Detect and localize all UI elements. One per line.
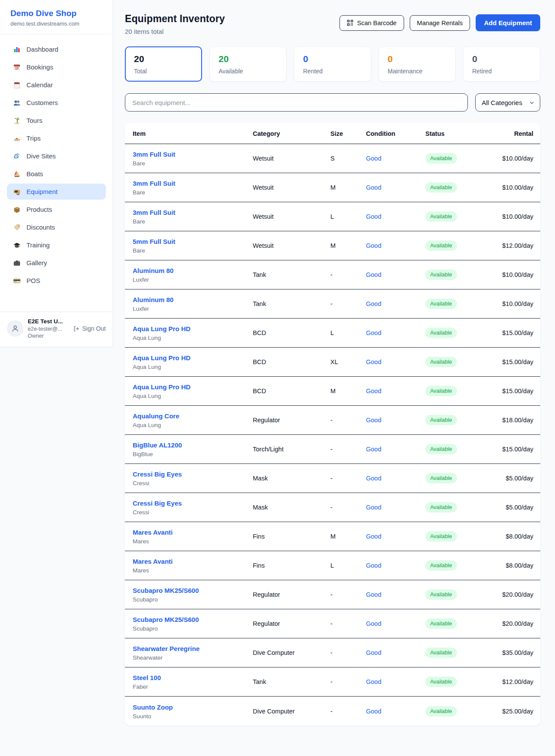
item-name-link[interactable]: Mares Avanti (133, 557, 253, 565)
item-name-link[interactable]: Steel 100 (133, 674, 253, 682)
status-badge: Available (425, 153, 457, 164)
item-condition-link[interactable]: Good (366, 708, 381, 715)
item-rental-price: $10.00/day (464, 271, 533, 278)
item-category: Regulator (253, 591, 330, 598)
sidebar-item-label: POS (26, 277, 40, 284)
item-condition-link[interactable]: Good (366, 300, 381, 307)
scan-barcode-button[interactable]: Scan Barcode (340, 15, 404, 31)
item-condition-link[interactable]: Good (366, 475, 381, 482)
sidebar-item-dive-sites[interactable]: Dive Sites (7, 148, 106, 164)
add-equipment-button[interactable]: Add Equipment (476, 14, 540, 31)
item-name-link[interactable]: Shearwater Peregrine (133, 644, 253, 653)
status-badge: Available (425, 357, 457, 367)
sidebar-item-label: Customers (26, 99, 58, 106)
item-name-link[interactable]: Aluminum 80 (133, 266, 253, 275)
item-name-link[interactable]: 3mm Full Suit (133, 150, 253, 158)
sidebar-item-boats[interactable]: Boats (7, 166, 106, 182)
stat-card-maintenance[interactable]: 0Maintenance (379, 46, 456, 82)
status-badge: Available (425, 328, 457, 338)
item-condition-link[interactable]: Good (366, 213, 381, 220)
item-name-link[interactable]: 3mm Full Suit (133, 179, 253, 187)
item-condition-link[interactable]: Good (366, 678, 381, 685)
item-condition-link[interactable]: Good (366, 242, 381, 249)
sidebar-item-dashboard[interactable]: Dashboard (7, 41, 106, 57)
item-brand: Bare (133, 218, 253, 225)
item-name-link[interactable]: Aqua Lung Pro HD (133, 354, 253, 362)
item-condition-link[interactable]: Good (366, 417, 381, 424)
item-condition-link[interactable]: Good (366, 446, 381, 453)
column-header-item: Item (133, 123, 253, 144)
item-name-link[interactable]: 3mm Full Suit (133, 208, 253, 217)
item-condition-link[interactable]: Good (366, 329, 381, 336)
item-condition-link[interactable]: Good (366, 358, 381, 365)
item-name-link[interactable]: Suunto Zoop (133, 703, 253, 711)
users-icon (13, 99, 21, 107)
sidebar-item-equipment[interactable]: Equipment (7, 184, 106, 200)
item-name-link[interactable]: 5mm Full Suit (133, 237, 253, 246)
item-name-link[interactable]: Aqualung Core (133, 412, 253, 420)
table-row: Cressi Big EyesCressiMask-GoodAvailable$… (125, 464, 540, 493)
item-size: M (330, 388, 366, 394)
stat-card-total[interactable]: 20Total (125, 46, 202, 82)
status-badge: Available (425, 589, 457, 600)
item-rental-price: $10.00/day (464, 184, 533, 191)
item-condition-link[interactable]: Good (366, 271, 381, 278)
item-rental-price: $12.00/day (464, 678, 533, 685)
item-rental-price: $5.00/day (464, 504, 533, 511)
item-name-link[interactable]: BigBlue AL1200 (133, 441, 253, 449)
sign-out-button[interactable]: Sign Out (73, 325, 106, 332)
item-cell: Aqua Lung Pro HDAqua Lung (133, 354, 253, 370)
item-condition-link[interactable]: Good (366, 591, 381, 598)
item-condition-link[interactable]: Good (366, 562, 381, 569)
item-name-link[interactable]: Aluminum 80 (133, 296, 253, 304)
item-condition-link[interactable]: Good (366, 388, 381, 394)
credit-card-icon (13, 276, 21, 285)
stat-card-rented[interactable]: 0Rented (294, 46, 371, 82)
sidebar-item-gallery[interactable]: Gallery (7, 255, 106, 271)
item-condition-link[interactable]: Good (366, 649, 381, 656)
item-name-link[interactable]: Aqua Lung Pro HD (133, 325, 253, 333)
item-cell: 3mm Full SuitBare (133, 150, 253, 167)
sidebar-item-tours[interactable]: Tours (7, 112, 106, 128)
sidebar-item-customers[interactable]: Customers (7, 95, 106, 111)
item-name-link[interactable]: Scubapro MK25/S600 (133, 615, 253, 624)
sidebar-item-bookings[interactable]: 17Bookings (7, 59, 106, 75)
sidebar-item-label: Trips (26, 135, 41, 142)
item-condition-link[interactable]: Good (366, 155, 381, 162)
status-badge: Available (425, 560, 457, 571)
item-category: Fins (253, 562, 330, 569)
manage-rentals-button[interactable]: Manage Rentals (410, 15, 470, 31)
sidebar-item-calendar[interactable]: Calendar (7, 77, 106, 93)
item-condition-link[interactable]: Good (366, 504, 381, 511)
table-row: Mares AvantiMaresFinsMGoodAvailable$8.00… (125, 522, 540, 551)
user-meta: E2E Test U... e2e-tester@... Owner (28, 318, 69, 339)
stats-row: 20Total20Available0Rented0Maintenance0Re… (125, 46, 540, 82)
sidebar-item-label: Dashboard (26, 46, 58, 53)
item-name-link[interactable]: Aqua Lung Pro HD (133, 383, 253, 391)
search-input[interactable] (125, 93, 468, 112)
sidebar-item-products[interactable]: Products (7, 201, 106, 217)
sidebar-item-training[interactable]: Training (7, 237, 106, 253)
status-badge: Available (425, 531, 457, 542)
item-condition-link[interactable]: Good (366, 533, 381, 540)
item-name-link[interactable]: Cressi Big Eyes (133, 499, 253, 507)
sidebar-item-discounts[interactable]: Discounts (7, 219, 106, 235)
item-category: Wetsuit (253, 155, 330, 162)
sidebar-item-trips[interactable]: Trips (7, 130, 106, 146)
item-name-link[interactable]: Scubapro MK25/S600 (133, 586, 253, 595)
status-badge: Available (425, 415, 457, 425)
stat-label: Total (134, 68, 193, 75)
item-brand: Aqua Lung (133, 364, 253, 370)
sidebar-item-pos[interactable]: POS (7, 273, 106, 289)
item-name-link[interactable]: Cressi Big Eyes (133, 470, 253, 478)
logo-block: Demo Dive Shop demo.test.divestreams.com (0, 0, 113, 34)
item-name-link[interactable]: Mares Avanti (133, 528, 253, 536)
shop-domain: demo.test.divestreams.com (10, 20, 102, 27)
item-condition-link[interactable]: Good (366, 620, 381, 627)
item-cell: Scubapro MK25/S600Scubapro (133, 615, 253, 632)
stat-card-available[interactable]: 20Available (209, 46, 287, 82)
item-category: Regulator (253, 417, 330, 424)
item-condition-link[interactable]: Good (366, 184, 381, 191)
stat-card-retired[interactable]: 0Retired (463, 46, 540, 82)
category-select[interactable]: All Categories (475, 93, 540, 112)
